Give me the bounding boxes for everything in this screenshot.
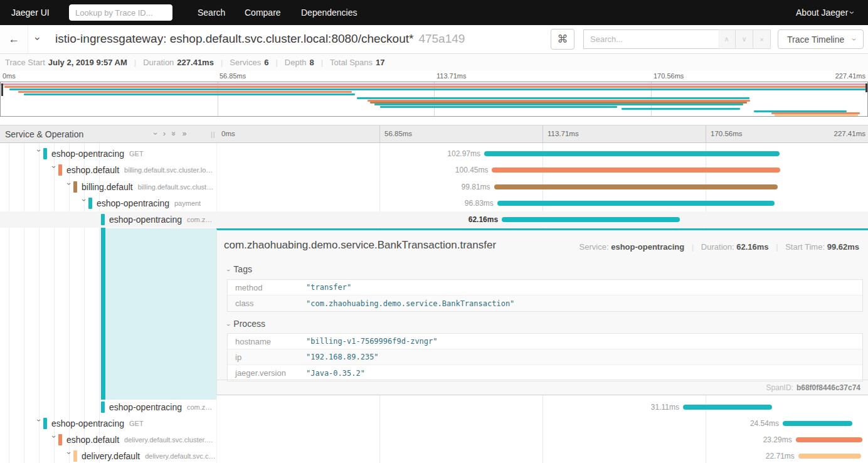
trace-summary-bar: Trace Start July 2, 2019 9:57 AM | Durat… (0, 54, 868, 71)
span-operation-name: com.z… (187, 216, 212, 223)
chevron-down-icon[interactable]: › (65, 183, 73, 191)
trace-collapse-chevron-icon[interactable]: › (33, 37, 43, 41)
minimap-tick: 113.71ms (437, 72, 467, 80)
expand-all-icon[interactable]: » (183, 130, 187, 137)
span-row[interactable]: › eshop-opentracing GET 24.54ms (0, 415, 868, 432)
span-bar[interactable] (683, 405, 772, 410)
span-service-name: eshop.default (66, 165, 119, 175)
span-name-cell[interactable]: › eshop-opentracing payment (0, 195, 216, 211)
tag-row[interactable]: class "com.zhaohuabing.demo.service.Bank… (228, 295, 862, 311)
span-bar-cell: 102.97ms (216, 146, 868, 162)
keyboard-shortcuts-button[interactable]: ⌘ (551, 29, 574, 50)
minimap-span-bar (1, 83, 867, 85)
span-row[interactable]: › billing.default billing.default.svc.cl… (0, 179, 868, 195)
chevron-down-icon[interactable]: › (35, 419, 43, 428)
span-row[interactable]: › eshop.default delivery.default.svc.clu… (0, 432, 868, 448)
span-row[interactable]: › eshop-opentracing com.z… 62.16ms (0, 211, 868, 228)
process-row[interactable]: ip "192.168.89.235" (228, 349, 862, 365)
trace-minimap[interactable] (0, 82, 868, 117)
prev-result-button[interactable]: ∧ (718, 29, 736, 49)
span-duration-label: 31.11ms (651, 403, 679, 412)
timeline-header: Service & Operation › › » » || 0ms 56.85… (0, 125, 868, 143)
span-operation-name: GET (129, 150, 144, 157)
span-name-cell[interactable]: › eshop-opentracing GET (0, 146, 216, 162)
trace-search-input[interactable] (583, 29, 718, 49)
clear-search-button[interactable]: × (753, 29, 771, 49)
services-label: Services (230, 58, 261, 67)
span-row[interactable]: › delivery.default delivery.default.svc.… (0, 448, 868, 463)
collapse-one-icon[interactable]: › (152, 132, 159, 135)
chevron-down-icon: ∨ (741, 35, 746, 43)
back-button[interactable]: ← (0, 25, 28, 53)
span-duration-label: 102.97ms (447, 149, 480, 158)
tag-key: class (228, 299, 306, 308)
next-result-button[interactable]: ∨ (736, 29, 753, 49)
span-row[interactable]: › eshop-opentracing com.z… 31.11ms (0, 399, 868, 415)
span-row[interactable]: › eshop-opentracing payment 96.83ms (0, 195, 868, 211)
minimap-right-scrubber[interactable] (865, 83, 867, 92)
span-duration-label: 24.54ms (750, 419, 779, 428)
span-bar[interactable] (484, 151, 780, 156)
span-bar[interactable] (798, 454, 861, 459)
span-bar[interactable] (783, 421, 852, 426)
span-bar-cell: 62.16ms (216, 211, 868, 228)
span-bar[interactable] (502, 217, 680, 222)
app-brand[interactable]: Jaeger UI (11, 8, 50, 18)
span-bar-cell: 23.29ms (216, 432, 868, 448)
timeline-tick: 227.41ms (834, 130, 865, 137)
span-duration-label: 22.71ms (766, 452, 795, 460)
trace-title: istio-ingressgateway: eshop.default.svc.… (55, 32, 465, 46)
span-name-cell[interactable]: › eshop.default billing.default.svc.clus… (0, 162, 216, 178)
expand-one-icon[interactable]: › (163, 130, 166, 137)
span-name-cell[interactable]: › eshop-opentracing GET (0, 415, 216, 432)
minimap-left-scrubber[interactable] (1, 83, 3, 96)
span-detail-footer: SpanID: b68f0f8446c37c74 (217, 380, 868, 395)
about-jaeger-menu[interactable]: About Jaeger› (796, 8, 854, 18)
timeline-tick: 56.85ms (384, 130, 412, 137)
span-name-cell[interactable]: › eshop-opentracing com.z… (0, 399, 216, 415)
chevron-down-icon[interactable]: › (50, 166, 58, 174)
span-service-name: eshop-opentracing (51, 418, 124, 428)
span-name-cell[interactable]: › billing.default billing.default.svc.cl… (0, 179, 216, 195)
span-operation-name: com.z… (187, 403, 212, 411)
chevron-down-icon[interactable]: › (50, 435, 58, 444)
minimap-tick: 56.85ms (220, 72, 246, 80)
nav-item-compare[interactable]: Compare (245, 8, 281, 18)
nav-item-dependencies[interactable]: Dependencies (301, 8, 357, 18)
tag-row[interactable]: method "transfer" (228, 280, 862, 295)
process-key: jaeger.version (228, 368, 306, 378)
process-value: "Java-0.35.2" (306, 369, 365, 378)
span-bar[interactable] (494, 184, 778, 189)
duration-value: 227.41ms (177, 58, 214, 67)
span-row[interactable]: › eshop.default billing.default.svc.clus… (0, 162, 868, 178)
span-bar[interactable] (492, 168, 780, 173)
chevron-down-icon[interactable]: › (80, 199, 88, 208)
process-section-header[interactable]: ›Process (227, 319, 265, 329)
service-operation-header: Service & Operation (5, 129, 83, 139)
span-row[interactable]: › eshop-opentracing GET 102.97ms (0, 146, 868, 162)
span-name-cell[interactable]: › eshop-opentracing com.z… (0, 211, 216, 228)
span-color-flag (101, 214, 105, 225)
minimap-tick: 227.41ms (835, 72, 865, 80)
span-name-cell[interactable]: › eshop.default delivery.default.svc.clu… (0, 432, 216, 448)
span-color-flag (58, 434, 62, 445)
minimap-tick: 170.56ms (654, 72, 684, 80)
view-selector-dropdown[interactable]: Trace Timeline › (778, 29, 864, 49)
minimap-span-bar (374, 104, 744, 105)
services-value: 6 (264, 58, 268, 67)
span-bar-cell: 100.45ms (216, 162, 868, 178)
chevron-down-icon: › (225, 324, 231, 326)
chevron-down-icon[interactable]: › (35, 149, 43, 158)
process-row[interactable]: jaeger.version "Java-0.35.2" (228, 365, 862, 381)
column-resizer[interactable]: || (211, 130, 216, 138)
minimap-span-bar (4, 86, 867, 88)
trace-id-lookup-input[interactable] (69, 4, 172, 21)
tags-section-header[interactable]: ›Tags (227, 264, 252, 274)
process-row[interactable]: hostname "billing-v1-7569996f9d-zvngr" (228, 334, 862, 349)
span-bar[interactable] (497, 201, 775, 206)
span-bar[interactable] (796, 437, 862, 442)
collapse-all-icon[interactable]: » (170, 132, 177, 136)
span-name-cell[interactable]: › delivery.default delivery.default.svc.… (0, 448, 216, 463)
chevron-down-icon[interactable]: › (65, 452, 73, 460)
nav-item-search[interactable]: Search (198, 8, 225, 18)
